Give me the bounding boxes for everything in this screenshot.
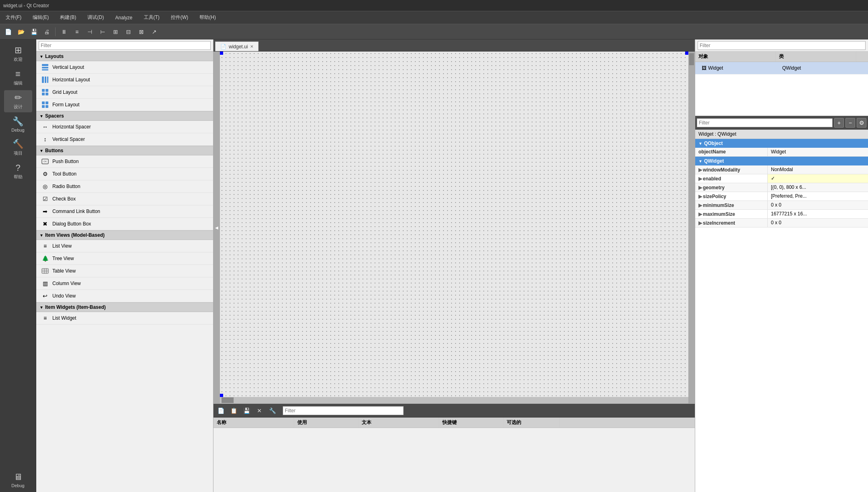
canvas-scroll-left[interactable]: ◀ [213,52,220,403]
property-filter-input[interactable] [697,118,833,127]
widget-vertical-layout[interactable]: Vertical Layout [36,61,213,74]
toolbar-save-btn[interactable]: 💾 [28,26,39,37]
signal-config-btn[interactable]: 🔧 [267,405,278,416]
menu-analyze[interactable]: Analyze [113,13,135,22]
canvas-vscroll[interactable] [688,52,695,403]
toolbar-grid-btn[interactable]: ⊞ [110,26,121,37]
widget-form-layout[interactable]: Form Layout [36,99,213,111]
toolbar-align2-btn[interactable]: ⊢ [97,26,108,37]
prop-windowmodality-value[interactable]: NonModal [768,165,868,174]
section-buttons[interactable]: ▼ Buttons [36,146,213,155]
section-qobject[interactable]: ▼ QObject [695,139,868,148]
menu-debug[interactable]: 调试(D) [85,12,106,23]
toolbar-expand-btn[interactable]: ⊠ [136,26,147,37]
section-layouts[interactable]: ▼ Layouts [36,52,213,61]
widget-table-view[interactable]: Table View [36,265,213,277]
widget-dialog-button-box[interactable]: ✖ Dialog Button Box [36,218,213,230]
design-canvas[interactable] [220,52,688,397]
menu-help[interactable]: 帮助(H) [197,12,218,23]
vertical-spacer-label: Vertical Spacer [52,136,85,142]
canvas-hscroll[interactable] [220,397,688,403]
handle-top-left[interactable] [220,52,223,55]
object-row-widget[interactable]: 🖼 Widget QWidget [695,62,868,74]
section-item-widgets[interactable]: ▼ Item Widgets (Item-Based) [36,302,213,312]
sidebar-item-debug[interactable]: 🔧 Debug [4,114,32,135]
widget-vertical-spacer[interactable]: ↕ Vertical Spacer [36,133,213,146]
sidebar-item-edit[interactable]: ≡ 编辑 [4,66,32,89]
widget-filter-input[interactable] [39,41,211,50]
prop-geometry-value[interactable]: [(0, 0), 800 x 6... [768,183,868,192]
toolbar-new-btn[interactable]: 📄 [2,26,14,37]
expand-geometry-icon[interactable]: ▶ [698,185,702,190]
sidebar-item-debug-bottom[interactable]: 🖥 Debug [4,469,32,490]
prop-sizepolicy-value[interactable]: [Preferred, Pre... [768,192,868,201]
svg-rect-9 [46,93,48,95]
tab-widget-ui[interactable]: 📄 widget.ui ✕ [215,41,259,51]
handle-bottom-left[interactable] [220,394,223,397]
widget-column-view[interactable]: ▥ Column View [36,277,213,290]
property-config-btn[interactable]: ⚙ [857,118,866,128]
menu-widgets[interactable]: 控件(W) [168,12,191,23]
widget-horizontal-layout[interactable]: Horizontal Layout [36,74,213,86]
sidebar-item-welcome[interactable]: ⊞ 欢迎 [4,43,32,65]
widget-grid-layout[interactable]: Grid Layout [36,86,213,99]
widget-tool-button[interactable]: ⚙ Tool Button [36,168,213,180]
property-add-btn[interactable]: + [834,118,844,128]
expand-sizeinc-icon[interactable]: ▶ [698,220,702,226]
toolbar-grid2-btn[interactable]: ⊟ [123,26,134,37]
toolbar-cursor-btn[interactable]: ↗ [149,26,160,37]
signal-filter-input[interactable] [283,406,404,415]
toolbar-open-btn[interactable]: 📂 [15,26,27,37]
menu-edit[interactable]: 编辑(E) [30,12,51,23]
widget-radio-button[interactable]: ◎ Radio Button [36,180,213,193]
toolbar-print-btn[interactable]: 🖨 [41,26,52,37]
widget-tree-view[interactable]: 🌲 Tree View [36,252,213,265]
hscroll-thumb[interactable] [222,397,234,403]
push-button-icon: OK [41,157,49,165]
prop-enabled-value[interactable]: ✓ [768,174,868,183]
signal-new-btn[interactable]: 📋 [228,405,239,416]
signal-add-btn[interactable]: 📄 [215,405,226,416]
sidebar-item-design[interactable]: ✏ 设计 [4,90,32,112]
toolbar-align-btn[interactable]: ⊣ [84,26,95,37]
debug-icon: 🔧 [12,116,23,127]
toolbar-pause-btn[interactable]: ⏸ [58,26,70,37]
widget-list-widget[interactable]: ≡ List Widget [36,312,213,325]
widget-check-box[interactable]: ☑ Check Box [36,193,213,205]
section-spacers[interactable]: ▼ Spacers [36,111,213,121]
signal-load-btn[interactable]: 💾 [241,405,252,416]
section-item-views[interactable]: ▼ Item Views (Model-Based) [36,230,213,240]
prop-maximumsize-value[interactable]: 16777215 x 16... [768,210,868,218]
expand-minsize-icon[interactable]: ▶ [698,203,702,208]
widget-command-link[interactable]: ➡ Command Link Button [36,205,213,218]
sidebar-item-help[interactable]: ? 帮助 [4,160,32,182]
horizontal-layout-icon [41,76,49,84]
signal-delete-btn[interactable]: ✕ [254,405,265,416]
prop-maximumsize-label: ▶ maximumSize [695,210,768,218]
sidebar-item-projects[interactable]: 🔨 项目 [4,136,32,159]
widget-undo-view[interactable]: ↩ Undo View [36,290,213,302]
widget-list-view[interactable]: ≡ List View [36,240,213,252]
menu-file[interactable]: 文件(F) [3,12,24,23]
toolbar-lines-btn[interactable]: ≡ [71,26,83,37]
tab-close-btn[interactable]: ✕ [250,44,253,49]
expand-sizepolicy-icon[interactable]: ▶ [698,194,702,199]
prop-sizeincrement-value[interactable]: 0 x 0 [768,219,868,227]
vscroll-thumb[interactable] [689,53,694,65]
expand-enabled-icon[interactable]: ▶ [698,176,702,182]
object-filter-input[interactable] [698,41,866,50]
section-qwidget[interactable]: ▼ QWidget [695,157,868,165]
prop-objectname-value[interactable]: Widget [768,148,868,156]
prop-sizepolicy-label: ▶ sizePolicy [695,192,768,201]
vertical-layout-label: Vertical Layout [52,64,84,70]
menu-build[interactable]: 构建(B) [58,12,79,23]
expand-icon[interactable]: ▶ [698,167,702,173]
handle-top-right[interactable] [685,52,688,55]
prop-minimumsize-value[interactable]: 0 x 0 [768,201,868,209]
expand-maxsize-icon[interactable]: ▶ [698,211,702,217]
property-remove-btn[interactable]: − [845,118,855,128]
widget-horizontal-spacer[interactable]: ↔ Horizontal Spacer [36,121,213,133]
menu-tools[interactable]: 工具(T) [141,12,162,23]
widget-push-button[interactable]: OK Push Button [36,155,213,168]
item-widgets-title: Item Widgets (Item-Based) [45,304,106,310]
